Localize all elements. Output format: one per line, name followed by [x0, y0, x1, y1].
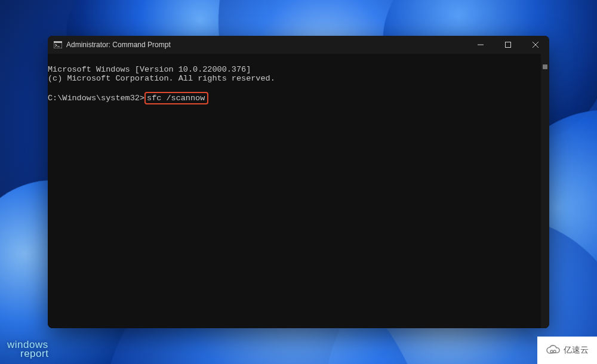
prompt-path: C:\Windows\system32> [48, 94, 144, 103]
yisu-cloud-badge: 亿速云 [537, 337, 597, 364]
cmd-icon [54, 41, 62, 48]
svg-rect-4 [506, 42, 511, 48]
terminal-prompt-line: C:\Windows\system32>sfc /scannow [48, 94, 208, 103]
titlebar[interactable]: Administrator: Command Prompt [48, 36, 549, 54]
close-button[interactable] [522, 36, 549, 54]
svg-line-6 [533, 42, 538, 48]
window-title: Administrator: Command Prompt [66, 41, 171, 49]
terminal-body[interactable]: Microsoft Windows [Version 10.0.22000.37… [48, 54, 549, 328]
windows-report-watermark: windows report [7, 341, 48, 358]
yisu-text: 亿速云 [564, 345, 589, 356]
scrollbar-thumb[interactable] [543, 64, 547, 69]
close-icon [533, 42, 538, 48]
svg-rect-1 [54, 41, 62, 43]
terminal-line: (c) Microsoft Corporation. All rights re… [48, 74, 275, 83]
minimize-button[interactable] [467, 36, 494, 54]
svg-line-5 [533, 42, 538, 48]
cloud-icon [546, 345, 561, 356]
watermark-line2: report [7, 350, 48, 358]
minimize-icon [478, 42, 484, 48]
command-highlight: sfc /scannow [144, 92, 208, 104]
svg-point-8 [553, 350, 556, 353]
maximize-button[interactable] [494, 36, 522, 54]
scrollbar[interactable] [541, 54, 549, 328]
typed-command: sfc /scannow [147, 94, 205, 103]
terminal-line: Microsoft Windows [Version 10.0.22000.37… [48, 65, 251, 74]
command-prompt-window[interactable]: Administrator: Command Prompt Microsoft … [48, 36, 549, 328]
maximize-icon [505, 42, 511, 48]
svg-point-7 [550, 350, 553, 353]
